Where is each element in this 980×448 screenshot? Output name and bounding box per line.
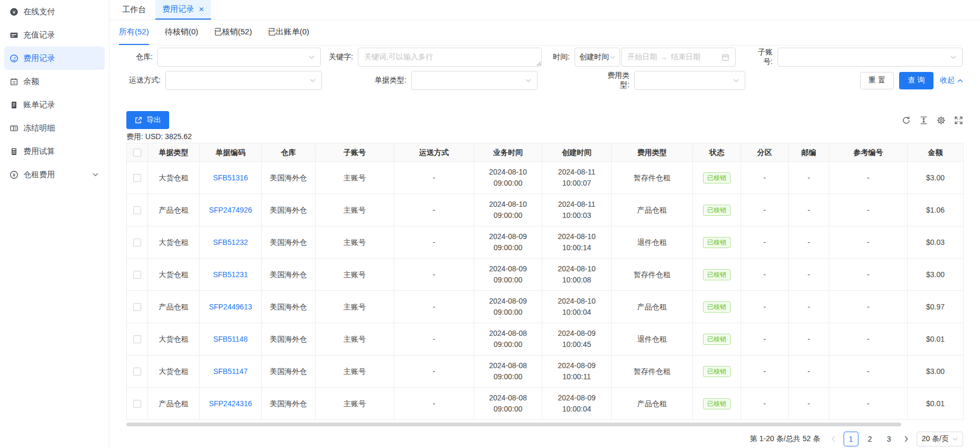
status-badge: 已核销 <box>703 269 731 280</box>
next-page-button[interactable] <box>901 432 912 446</box>
status-badge: 已核销 <box>703 398 731 409</box>
doc-code-link[interactable]: SFB51316 <box>213 173 248 182</box>
row-height-icon[interactable] <box>919 116 928 125</box>
sidebar-item-balance[interactable]: 余额 <box>0 70 109 93</box>
doc-code-link[interactable]: SFB51232 <box>213 238 248 246</box>
time-type-select[interactable]: 创建时间 <box>575 48 620 67</box>
sidebar-item-warehouse-rent[interactable]: ¥ 仓租费用 <box>0 163 109 186</box>
table-row: 产品仓租SFP2474926美国海外仓主账号-2024-08-10 09:00:… <box>127 194 964 226</box>
refresh-icon[interactable] <box>902 116 911 125</box>
row-checkbox[interactable] <box>133 239 141 246</box>
end-date-placeholder: 结束日期 <box>671 52 700 62</box>
settings-gear-icon[interactable] <box>937 116 946 125</box>
doc-code-link[interactable]: SFP2474926 <box>209 206 252 214</box>
row-checkbox[interactable] <box>133 271 141 279</box>
row-checkbox[interactable] <box>133 368 141 376</box>
collapse-filters-link[interactable]: 收起 <box>940 76 963 85</box>
warehouse-label: 仓库: <box>126 52 158 62</box>
close-tab-icon[interactable]: × <box>199 5 204 14</box>
reset-button[interactable]: 重 置 <box>860 72 894 89</box>
page-size-select[interactable]: 20 条/页 <box>917 432 963 446</box>
doc-code-link[interactable]: SFB51148 <box>213 335 247 343</box>
date-range-picker[interactable]: 开始日期 → 结束日期 <box>621 48 736 67</box>
cell-fee-type: 产品仓租 <box>612 388 693 420</box>
page-3-button[interactable]: 3 <box>882 432 896 446</box>
cell-status: 已核销 <box>693 194 741 226</box>
prev-page-button[interactable] <box>828 432 839 446</box>
subtab-all[interactable]: 所有(52) <box>119 20 149 45</box>
cell-doc-code: SFP2474926 <box>200 194 262 226</box>
cell-amount: $0.01 <box>908 388 964 420</box>
doc-code-link[interactable]: SFB51147 <box>213 367 247 376</box>
sidebar-item-online-payment[interactable]: ¥ 在线支付 <box>0 0 109 23</box>
shipping-select[interactable] <box>165 71 322 90</box>
fullscreen-icon[interactable] <box>954 116 963 125</box>
export-button[interactable]: 导出 <box>126 111 169 129</box>
page-1-button[interactable]: 1 <box>844 432 858 446</box>
keyword-label: 关键字: <box>325 52 358 62</box>
cell-amount: $3.00 <box>908 162 964 194</box>
tab-fee-records[interactable]: 费用记录 × <box>155 0 211 20</box>
row-checkbox[interactable] <box>133 335 141 343</box>
sidebar-item-fee-records[interactable]: 费用记录 <box>4 47 105 70</box>
main-area: 工作台 费用记录 × 所有(52) 待核销(0) 已核销(52) 已出账单(0)… <box>109 0 980 448</box>
fee-records-icon <box>10 54 19 63</box>
subtab-written-off[interactable]: 已核销(52) <box>214 20 252 45</box>
sub-account-select[interactable] <box>778 48 963 67</box>
row-checkbox[interactable] <box>133 303 141 311</box>
cell-ref-no: - <box>829 355 908 388</box>
sidebar-item-recharge-records[interactable]: 充值记录 <box>0 23 109 47</box>
svg-text:¥: ¥ <box>12 8 16 14</box>
tab-label: 工作台 <box>122 5 146 15</box>
cell-partition: - <box>741 259 789 291</box>
sidebar-item-fee-calculator[interactable]: 费用试算 <box>0 140 109 163</box>
table-header-row: 单据类型 单据编码 仓库 子账号 运送方式 业务时间 创建时间 费用类型 状态 … <box>127 143 964 162</box>
select-all-checkbox[interactable] <box>133 149 141 157</box>
cell-doc-code: SFB51231 <box>200 259 262 291</box>
row-checkbox[interactable] <box>133 206 141 214</box>
cell-ref-no: - <box>829 323 908 355</box>
cell-warehouse: 美国海外仓 <box>262 355 316 388</box>
row-checkbox[interactable] <box>133 174 141 182</box>
cell-partition: - <box>741 388 789 420</box>
fee-summary: 费用: USD: 3825.62 <box>126 132 963 142</box>
fee-type-select[interactable] <box>634 71 745 90</box>
sidebar-item-label: 冻结明细 <box>23 123 55 133</box>
doc-code-link[interactable]: SFP2449613 <box>209 303 252 311</box>
subtab-pending-writeoff[interactable]: 待核销(0) <box>165 20 198 45</box>
export-icon <box>134 116 142 124</box>
cell-create-time: 2024-08-10 10:00:14 <box>542 226 612 259</box>
column-header: 创建时间 <box>542 143 612 162</box>
row-select-cell <box>127 226 148 259</box>
sidebar-item-frozen-details[interactable]: 冻结明细 <box>0 116 109 140</box>
doc-code-link[interactable]: SFP2424316 <box>209 399 252 408</box>
row-select-cell <box>127 323 148 355</box>
keyword-input[interactable] <box>358 48 542 67</box>
row-select-cell <box>127 355 148 388</box>
chevron-down-icon <box>93 173 98 177</box>
page-content: 所有(52) 待核销(0) 已核销(52) 已出账单(0) 仓库: 关键字: 时… <box>109 20 980 448</box>
column-header: 业务时间 <box>474 143 542 162</box>
search-button[interactable]: 查 询 <box>899 72 933 89</box>
cell-sub-account: 主账号 <box>316 259 394 291</box>
status-tabs: 所有(52) 待核销(0) 已核销(52) 已出账单(0) <box>119 20 963 45</box>
warehouse-select[interactable] <box>158 48 321 67</box>
tab-workbench[interactable]: 工作台 <box>113 0 155 20</box>
doc-type-select[interactable] <box>411 71 538 90</box>
chevron-down-icon <box>310 79 316 83</box>
doc-code-link[interactable]: SFB51231 <box>213 270 248 279</box>
tab-label: 费用记录 <box>162 4 194 14</box>
time-label: 时间: <box>550 52 575 62</box>
cell-biz-time: 2024-08-09 09:00:00 <box>474 259 542 291</box>
cell-doc-code: SFB51232 <box>200 226 262 259</box>
page-2-button[interactable]: 2 <box>863 432 877 446</box>
cell-partition: - <box>741 194 789 226</box>
cell-doc-type: 产品仓租 <box>148 291 200 323</box>
cell-warehouse: 美国海外仓 <box>262 388 316 420</box>
scrollbar-thumb[interactable] <box>126 423 901 426</box>
cell-warehouse: 美国海外仓 <box>262 194 316 226</box>
cell-doc-code: SFB51316 <box>200 162 262 194</box>
row-checkbox[interactable] <box>133 400 141 408</box>
subtab-billed[interactable]: 已出账单(0) <box>268 20 309 45</box>
sidebar-item-bill-records[interactable]: 账单记录 <box>0 93 109 116</box>
